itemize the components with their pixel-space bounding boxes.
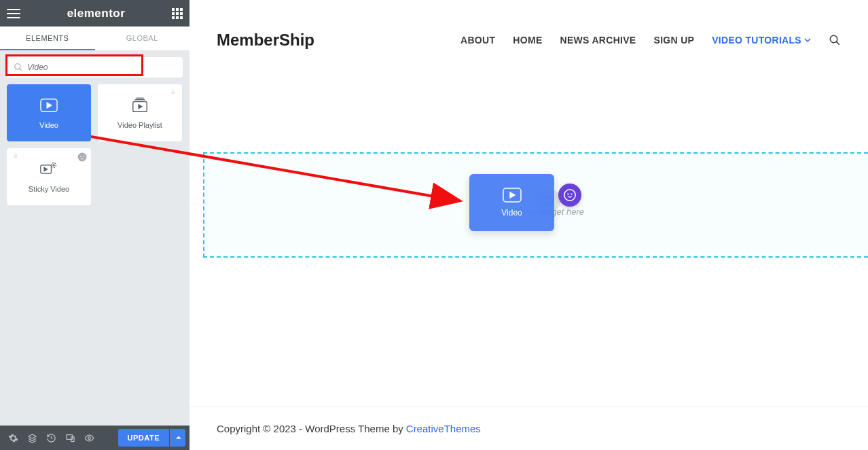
tab-elements[interactable]: ELEMENTS: [0, 27, 95, 50]
primary-nav: ABOUT HOME NEWS ARCHIVE SIGN UP VIDEO TU…: [460, 34, 841, 46]
nav-home[interactable]: HOME: [513, 35, 542, 46]
brand-logo: elementor: [67, 7, 126, 20]
preview-button[interactable]: [80, 429, 98, 447]
nav-video-tutorials[interactable]: VIDEO TUTORIALS: [712, 35, 811, 46]
video-icon: [40, 97, 58, 114]
update-dropdown[interactable]: [170, 429, 185, 447]
sidebar-footer: UPDATE: [0, 426, 189, 450]
svg-rect-4: [172, 92, 175, 94]
responsive-button[interactable]: [61, 429, 79, 447]
sticky-video-icon: [40, 160, 58, 178]
site-header: MemberShip ABOUT HOME NEWS ARCHIVE SIGN …: [189, 0, 868, 80]
svg-point-31: [564, 190, 576, 201]
hamburger-icon[interactable]: [7, 9, 20, 18]
svg-point-20: [88, 436, 90, 439]
update-button[interactable]: UPDATE: [118, 429, 169, 447]
svg-point-10: [78, 153, 87, 162]
widget-label: Sticky Video: [29, 185, 69, 193]
navigator-button[interactable]: [23, 429, 41, 447]
svg-rect-9: [14, 156, 18, 158]
workspace[interactable]: Drag widget here Video: [189, 80, 868, 406]
svg-point-0: [15, 64, 20, 69]
search-input[interactable]: [7, 57, 183, 77]
svg-point-32: [567, 193, 568, 194]
drag-ghost-video[interactable]: Video: [469, 174, 554, 231]
footer-text: Copyright © 2023 - WordPress Theme by: [217, 423, 403, 434]
sidebar-tabs: ELEMENTS GLOBAL: [0, 27, 189, 50]
badge-icon: [77, 152, 87, 162]
svg-point-23: [830, 35, 837, 43]
widgets-grid: Video Video Playlist Sticky Video: [0, 84, 189, 205]
svg-marker-3: [47, 103, 52, 107]
chevron-down-icon: [804, 37, 811, 44]
site-search-button[interactable]: [829, 34, 841, 46]
svg-marker-21: [176, 436, 181, 439]
video-icon: [503, 188, 522, 203]
elementor-sidebar: elementor ELEMENTS GLOBAL Video Video Pl…: [0, 0, 189, 450]
svg-line-24: [837, 42, 839, 45]
canvas-area: MemberShip ABOUT HOME NEWS ARCHIVE SIGN …: [189, 0, 868, 450]
widget-video[interactable]: Video: [7, 84, 91, 141]
site-footer: Copyright © 2023 - WordPress Theme by Cr…: [189, 406, 868, 450]
widget-label: Video Playlist: [117, 121, 162, 129]
nav-sign-up[interactable]: SIGN UP: [654, 35, 695, 46]
assistant-bubble[interactable]: [558, 184, 581, 207]
widget-label: Video: [39, 121, 58, 129]
svg-marker-14: [44, 167, 47, 171]
svg-marker-8: [139, 105, 142, 109]
search-wrap: [0, 50, 189, 84]
nav-news-archive[interactable]: NEWS ARCHIVE: [560, 35, 636, 46]
video-playlist-icon: [131, 97, 149, 114]
svg-line-1: [20, 69, 22, 71]
lock-icon: [12, 152, 19, 159]
widget-video-playlist[interactable]: Video Playlist: [98, 84, 182, 141]
svg-point-33: [571, 193, 573, 194]
search-icon: [14, 63, 23, 72]
widget-sticky-video[interactable]: Sticky Video: [7, 148, 91, 205]
lock-icon: [170, 88, 177, 95]
nav-about[interactable]: ABOUT: [460, 35, 495, 46]
history-button[interactable]: [42, 429, 60, 447]
tab-global[interactable]: GLOBAL: [95, 27, 190, 50]
settings-button[interactable]: [4, 429, 22, 447]
ghost-label: Video: [501, 208, 522, 218]
svg-point-12: [83, 156, 84, 157]
svg-point-11: [80, 156, 82, 157]
svg-marker-30: [510, 192, 515, 198]
footer-link[interactable]: CreativeThemes: [406, 423, 481, 434]
grid-icon[interactable]: [172, 8, 183, 19]
sidebar-header: elementor: [0, 0, 189, 27]
site-title[interactable]: MemberShip: [217, 31, 314, 50]
